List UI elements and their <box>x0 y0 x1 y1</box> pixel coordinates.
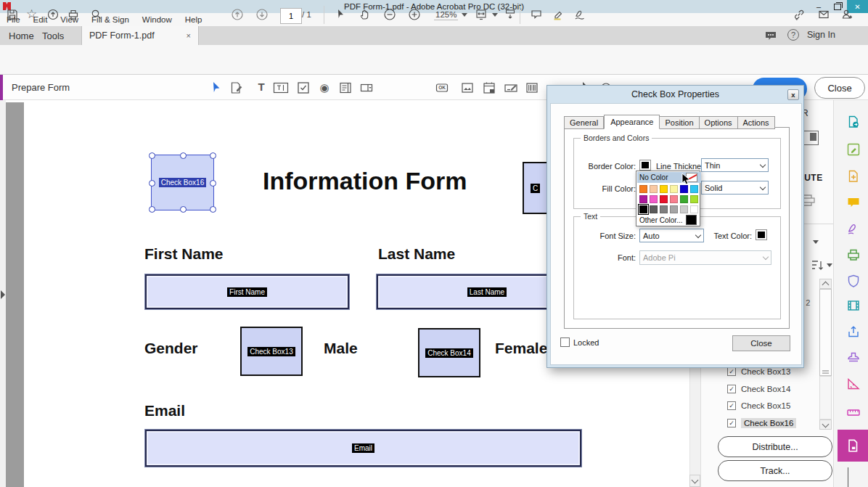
color-swatch[interactable] <box>660 185 668 193</box>
selection-handle[interactable] <box>180 206 187 213</box>
zoom-in-icon[interactable] <box>408 8 421 21</box>
tab-tools[interactable]: Tools <box>35 26 71 45</box>
dropdown-tool-icon[interactable] <box>359 81 374 95</box>
field-list-item-checkbox16[interactable]: ✓ Check Box16 <box>727 417 822 430</box>
select-tool-icon[interactable] <box>334 8 347 21</box>
list-box-tool-icon[interactable] <box>338 81 353 95</box>
add-text-tool-icon[interactable]: T <box>254 81 269 95</box>
track-button[interactable]: Track... <box>718 460 832 481</box>
border-color-swatch[interactable] <box>639 160 651 171</box>
nav-pane-collapsed[interactable] <box>6 102 24 487</box>
ruler-icon[interactable] <box>846 405 861 420</box>
fill-sign-icon[interactable] <box>846 221 861 236</box>
line-thickness-select[interactable]: Thin <box>701 158 769 172</box>
form-field-email[interactable]: Email <box>145 430 581 467</box>
color-swatch[interactable] <box>650 185 658 193</box>
selection-handle[interactable] <box>210 206 216 213</box>
form-field-checkbox16[interactable]: Check Box16 <box>151 155 214 210</box>
zoom-caret-icon[interactable] <box>462 13 467 17</box>
highlighter-icon[interactable] <box>552 8 565 21</box>
link-icon[interactable] <box>793 8 806 21</box>
measure-icon[interactable] <box>846 377 861 391</box>
help-icon[interactable]: ? <box>787 29 799 41</box>
protect-icon[interactable] <box>846 274 861 288</box>
selection-handle[interactable] <box>210 180 216 187</box>
share-upload-icon[interactable] <box>46 8 60 21</box>
signature-field-tool-icon[interactable] <box>504 81 518 95</box>
scroll-mode-icon[interactable] <box>504 8 517 21</box>
edit-pdf-icon[interactable] <box>846 142 861 157</box>
dialog-tab-appearance[interactable]: Appearance <box>604 115 660 129</box>
selection-handle[interactable] <box>210 152 216 159</box>
scroll-down-icon[interactable] <box>689 475 700 487</box>
search-icon[interactable] <box>90 8 103 21</box>
dialog-tab-options[interactable]: Options <box>700 116 738 129</box>
locked-checkbox[interactable] <box>560 337 570 347</box>
dialog-close-icon[interactable]: x <box>787 89 799 100</box>
prepare-form-close-button[interactable]: Close <box>814 77 865 99</box>
color-swatch[interactable] <box>680 185 688 193</box>
date-field-tool-icon[interactable] <box>482 81 496 95</box>
sign-pen-icon[interactable] <box>573 8 586 21</box>
color-swatch[interactable] <box>690 185 698 193</box>
form-select-tool-icon[interactable] <box>209 81 224 95</box>
color-swatch[interactable] <box>680 205 688 213</box>
next-page-icon[interactable] <box>255 8 269 21</box>
sort-fields-icon[interactable] <box>809 258 825 273</box>
export-pdf-icon[interactable] <box>846 115 861 129</box>
fit-width-icon[interactable] <box>475 8 488 21</box>
distribute-button[interactable]: Distribute... <box>718 436 832 457</box>
prepare-form-tool-tile-active[interactable] <box>838 430 868 462</box>
sign-in-button[interactable]: Sign In <box>807 30 835 40</box>
text-field-tool-icon[interactable] <box>273 81 289 95</box>
button-tool-icon[interactable]: OK <box>435 81 449 95</box>
line-style-select[interactable]: Solid <box>701 181 769 195</box>
add-person-icon[interactable] <box>840 8 853 21</box>
color-swatch[interactable] <box>690 195 698 203</box>
color-swatch[interactable] <box>639 195 647 203</box>
tab-close-icon[interactable]: × <box>187 31 191 40</box>
field-list-item-checkbox15[interactable]: ✓ Check Box15 <box>727 399 822 412</box>
fit-caret-icon[interactable] <box>492 13 498 17</box>
dialog-tab-general[interactable]: General <box>564 116 604 129</box>
selection-handle[interactable] <box>149 206 155 213</box>
zoom-out-icon[interactable] <box>383 8 396 21</box>
radio-button-tool-icon[interactable]: ◉ <box>317 81 332 95</box>
zoom-level-select[interactable]: 125% <box>434 10 458 20</box>
locked-checkbox-row[interactable]: Locked <box>560 337 599 347</box>
color-swatch[interactable] <box>670 185 678 193</box>
color-swatch[interactable] <box>690 205 698 213</box>
color-swatch[interactable] <box>650 195 658 203</box>
share-icon[interactable] <box>846 324 861 339</box>
checkbox-tool-icon[interactable] <box>296 81 311 95</box>
field-list-item-checkbox14[interactable]: ✓ Check Box14 <box>727 382 822 396</box>
selection-handle[interactable] <box>149 180 155 187</box>
nav-pane-toggle-icon[interactable] <box>1 290 5 299</box>
comment-tool-icon[interactable] <box>846 195 861 210</box>
sort-caret-icon[interactable] <box>827 263 832 267</box>
color-swatch[interactable] <box>639 185 647 193</box>
star-favorites-icon[interactable]: ☆ <box>26 8 39 21</box>
fields-scroll-up-icon[interactable] <box>819 279 832 289</box>
color-swatch[interactable] <box>660 205 668 213</box>
color-swatch[interactable] <box>680 195 688 203</box>
other-color-swatch[interactable] <box>686 215 697 225</box>
menu-help[interactable]: Help <box>179 15 209 24</box>
email-icon[interactable] <box>817 8 830 21</box>
create-pdf-icon[interactable] <box>846 169 861 184</box>
stamp-icon[interactable] <box>846 351 861 365</box>
save-icon[interactable] <box>6 8 19 21</box>
selection-handle[interactable] <box>149 152 155 159</box>
selection-handle[interactable] <box>180 152 187 159</box>
panel-caret-icon[interactable] <box>813 240 819 244</box>
notifications-icon[interactable] <box>764 29 777 42</box>
color-swatch[interactable] <box>639 205 647 213</box>
print-production-icon[interactable] <box>846 247 861 262</box>
comment-icon[interactable] <box>530 8 543 21</box>
rail-scroll-down-icon[interactable] <box>848 479 848 487</box>
print-icon[interactable] <box>67 8 80 21</box>
form-field-checkbox14[interactable]: Check Box14 <box>418 328 480 377</box>
color-swatch[interactable] <box>650 205 658 213</box>
menu-window[interactable]: Window <box>136 15 179 24</box>
image-field-tool-icon[interactable] <box>460 81 475 95</box>
